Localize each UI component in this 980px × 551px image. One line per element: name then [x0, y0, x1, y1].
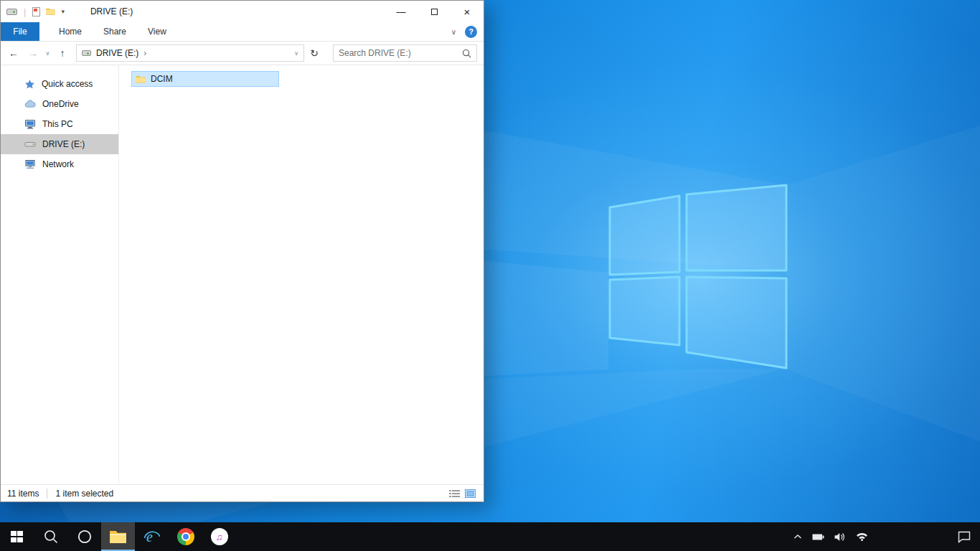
customize-toolbar-chevron-icon[interactable]: ▾: [61, 8, 65, 15]
taskbar-itunes-button[interactable]: ♫: [202, 522, 236, 551]
sidebar-item-quick-access[interactable]: Quick access: [1, 74, 118, 94]
items-count: 11 items: [7, 489, 39, 499]
details-view-button[interactable]: [449, 489, 460, 498]
quick-access-toolbar: | ▾: [6, 6, 65, 17]
back-button[interactable]: ←: [5, 47, 22, 59]
taskbar-file-explorer-button[interactable]: [101, 522, 135, 551]
cloud-icon: [24, 98, 36, 110]
sidebar-item-label: This PC: [42, 119, 73, 129]
system-tray: [793, 522, 958, 551]
search-icon: [43, 529, 59, 545]
start-button[interactable]: [0, 522, 34, 551]
taskbar-search-button[interactable]: [34, 522, 67, 551]
internet-explorer-icon: e: [143, 528, 161, 545]
separator: |: [24, 6, 26, 17]
help-button[interactable]: ?: [465, 26, 477, 38]
refresh-button[interactable]: ↻: [306, 47, 322, 59]
properties-icon[interactable]: [32, 7, 40, 17]
file-explorer-icon: [109, 529, 127, 545]
sidebar-item-onedrive[interactable]: OneDrive: [1, 94, 118, 114]
caption-buttons: — ×: [385, 1, 484, 22]
sidebar-item-label: Quick access: [42, 79, 93, 89]
cortana-button[interactable]: [67, 522, 101, 551]
file-explorer-window: | ▾ DRIVE (E:) — × File Home Share View …: [0, 0, 484, 502]
drive-icon: [24, 138, 36, 150]
file-item-label: DCIM: [151, 74, 173, 84]
location-drive-icon: [82, 50, 91, 56]
action-center-icon: [958, 531, 971, 543]
expand-ribbon-chevron-icon[interactable]: ∨: [451, 28, 456, 36]
windows-start-icon: [11, 531, 23, 543]
breadcrumb-chevron-icon[interactable]: ›: [143, 48, 146, 58]
sidebar-item-label: DRIVE (E:): [42, 139, 85, 149]
large-icons-view-button[interactable]: [465, 489, 476, 498]
cortana-icon: [77, 529, 93, 545]
computer-icon: [24, 118, 36, 130]
network-icon: [24, 159, 36, 170]
svg-text:e: e: [146, 529, 153, 545]
navigation-toolbar: ← → ∨ ↑ DRIVE (E:) › ∨ ↻: [1, 42, 484, 65]
sidebar-item-drive-e[interactable]: DRIVE (E:): [1, 134, 118, 154]
taskbar: e ♫: [0, 522, 980, 551]
folder-icon: [135, 74, 146, 85]
star-icon: [24, 79, 35, 90]
selected-count: 1 item selected: [55, 489, 113, 499]
maximize-button[interactable]: [418, 1, 451, 22]
battery-icon[interactable]: [811, 533, 825, 541]
breadcrumb-drive[interactable]: DRIVE (E:): [96, 48, 138, 58]
chrome-icon: [177, 528, 194, 545]
action-center-button[interactable]: [958, 522, 980, 551]
address-dropdown-chevron-icon[interactable]: ∨: [291, 50, 302, 57]
ribbon-tabs: File Home Share View ∨ ?: [1, 22, 484, 42]
status-bar: 11 items 1 item selected: [1, 484, 484, 501]
taskbar-chrome-button[interactable]: [169, 522, 202, 551]
sidebar-item-network[interactable]: Network: [1, 154, 118, 174]
new-folder-icon[interactable]: [45, 6, 56, 17]
forward-button[interactable]: →: [24, 47, 42, 59]
search-icon[interactable]: [462, 49, 471, 58]
search-box[interactable]: [333, 44, 477, 62]
sidebar-item-this-pc[interactable]: This PC: [1, 114, 118, 134]
tab-file[interactable]: File: [1, 22, 39, 41]
window-title: DRIVE (E:): [90, 6, 133, 17]
explorer-body: Quick access OneDrive This PC DRIVE (E:)…: [1, 65, 484, 484]
status-separator: [47, 489, 47, 499]
up-button[interactable]: ↑: [54, 47, 71, 59]
minimize-button[interactable]: —: [385, 1, 418, 22]
sidebar-item-label: OneDrive: [42, 99, 79, 109]
tab-share[interactable]: Share: [93, 22, 137, 41]
file-item-dcim[interactable]: DCIM: [131, 71, 279, 87]
file-list[interactable]: DCIM: [119, 65, 484, 484]
window-system-icon[interactable]: [6, 9, 17, 15]
close-button[interactable]: ×: [451, 1, 484, 22]
sidebar-item-label: Network: [42, 159, 74, 169]
address-bar[interactable]: DRIVE (E:) › ∨: [76, 44, 304, 62]
maximize-icon: [431, 9, 438, 15]
taskbar-internet-explorer-button[interactable]: e: [135, 522, 169, 551]
title-bar[interactable]: | ▾ DRIVE (E:) — ×: [1, 1, 484, 22]
hidden-icons-chevron-icon[interactable]: [793, 534, 803, 540]
itunes-icon: ♫: [211, 528, 228, 545]
tab-home[interactable]: Home: [48, 22, 93, 41]
recent-locations-chevron-icon[interactable]: ∨: [44, 50, 52, 57]
search-input[interactable]: [339, 48, 462, 58]
volume-icon[interactable]: [834, 532, 847, 542]
tab-view[interactable]: View: [137, 22, 177, 41]
navigation-pane: Quick access OneDrive This PC DRIVE (E:)…: [1, 65, 119, 484]
wifi-icon[interactable]: [855, 532, 869, 541]
